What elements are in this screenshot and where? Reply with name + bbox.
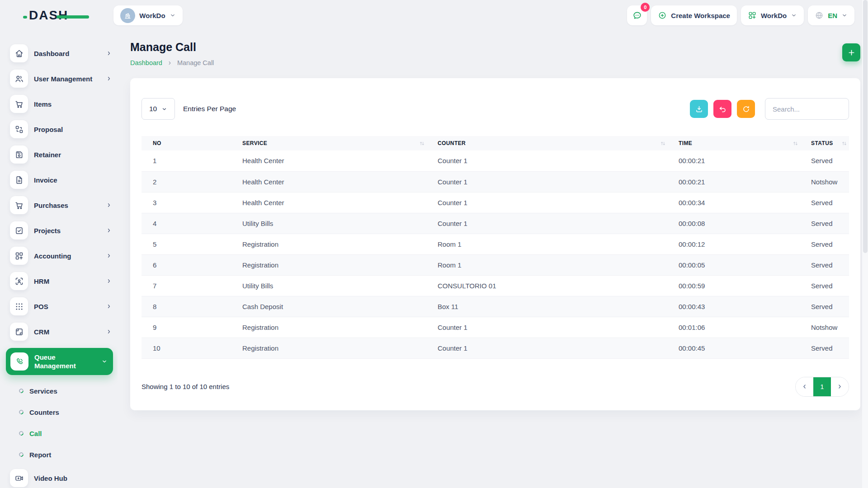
workspace-switcher[interactable]: WorkDo — [113, 5, 182, 25]
sidebar-subitem-services[interactable]: Services — [19, 384, 112, 398]
sidebar-item-accounting[interactable]: Accounting — [10, 247, 112, 265]
sidebar-item-proposal[interactable]: Proposal — [10, 120, 112, 138]
chevron-down-icon — [841, 12, 848, 19]
app-switcher-button[interactable]: WorkDo — [741, 5, 804, 25]
column-header-status[interactable]: STATUS — [811, 136, 849, 150]
app-switcher-label: WorkDo — [761, 12, 787, 19]
grid-plus-icon — [10, 247, 28, 265]
cell-counter: Counter 1 — [438, 213, 679, 234]
column-header-service[interactable]: SERVICE — [242, 136, 438, 150]
cell-service: Health Center — [242, 150, 438, 171]
sidebar-item-items[interactable]: Items — [10, 95, 112, 113]
bullet-icon — [18, 388, 24, 394]
table-row: 5RegistrationRoom 100:00:12Served — [142, 234, 849, 254]
cell-no: 10 — [142, 338, 242, 358]
cell-counter: Room 1 — [438, 254, 679, 275]
breadcrumb-current: Manage Call — [177, 59, 214, 66]
refresh-button[interactable] — [737, 100, 755, 118]
cell-status: Served — [811, 150, 849, 171]
chevron-left-icon — [801, 383, 808, 390]
chevron-right-icon — [106, 328, 112, 335]
create-workspace-label: Create Workspace — [671, 12, 730, 19]
language-label: EN — [828, 12, 837, 19]
sidebar-item-dashboard[interactable]: Dashboard — [10, 44, 112, 62]
sidebar-item-crm[interactable]: CRM — [10, 323, 112, 341]
language-switcher[interactable]: EN — [808, 5, 854, 25]
cell-no: 3 — [142, 192, 242, 213]
sidebar-item-hrm[interactable]: HRM — [10, 272, 112, 290]
create-workspace-button[interactable]: Create Workspace — [651, 5, 737, 25]
cell-time: 00:00:21 — [679, 171, 811, 192]
export-button[interactable] — [690, 100, 708, 118]
cell-no: 4 — [142, 213, 242, 234]
breadcrumb: Dashboard Manage Call — [130, 59, 214, 66]
cell-counter: CONSULTORIO 01 — [438, 275, 679, 296]
cell-service: Utility Bills — [242, 275, 438, 296]
cell-status: Served — [811, 254, 849, 275]
cell-time: 00:00:34 — [679, 192, 811, 213]
cart-icon — [10, 196, 28, 214]
column-header-time[interactable]: TIME — [679, 136, 811, 150]
sidebar-subitem-call[interactable]: Call — [19, 427, 112, 440]
breadcrumb-home-link[interactable]: Dashboard — [130, 59, 162, 66]
sidebar-item-label: Retainer — [34, 151, 61, 159]
cell-no: 1 — [142, 150, 242, 171]
search-input[interactable] — [765, 98, 849, 120]
main-content: Manage Call Dashboard Manage Call 10 — [118, 26, 868, 488]
sidebar-item-label: Purchases — [34, 202, 68, 209]
undo-button[interactable] — [713, 100, 731, 118]
globe-icon — [815, 11, 824, 20]
sidebar-item-purchases[interactable]: Purchases — [10, 196, 112, 214]
user-scan-icon — [10, 272, 28, 290]
column-label: STATUS — [811, 140, 833, 146]
chat-button[interactable]: 0 — [627, 5, 647, 25]
sort-icon — [841, 141, 847, 146]
sidebar-subitem-report[interactable]: Report — [19, 448, 112, 461]
add-call-button[interactable] — [842, 43, 860, 61]
current-page-button[interactable]: 1 — [813, 377, 831, 396]
chevron-down-icon — [791, 12, 797, 19]
chevron-down-icon — [101, 358, 108, 365]
cell-service: Registration — [242, 317, 438, 338]
sidebar-subitem-label: Call — [29, 430, 42, 437]
cell-time: 00:00:21 — [679, 150, 811, 171]
sidebar-item-user-management[interactable]: User Management — [10, 70, 112, 88]
chevron-right-icon — [106, 75, 112, 82]
chevron-right-icon — [106, 253, 112, 259]
sidebar-item-video-hub[interactable]: Video Hub — [10, 469, 112, 487]
square-check-icon — [10, 221, 28, 239]
frame-icon — [10, 323, 28, 341]
cell-status: Served — [811, 275, 849, 296]
table-row: 6RegistrationRoom 100:00:05Served — [142, 254, 849, 275]
sidebar-item-projects[interactable]: Projects — [10, 221, 112, 239]
cell-service: Health Center — [242, 192, 438, 213]
chat-badge: 0 — [641, 3, 650, 12]
topbar-actions: 0 Create Workspace WorkDo EN — [627, 5, 854, 25]
cell-time: 00:00:43 — [679, 296, 811, 317]
previous-page-button[interactable] — [796, 377, 813, 396]
table-row: 1Health CenterCounter 100:00:21Served — [142, 150, 849, 171]
next-page-button[interactable] — [831, 377, 849, 396]
sidebar-subitem-counters[interactable]: Counters — [19, 405, 112, 419]
refresh-icon — [742, 105, 750, 113]
sidebar-item-invoice[interactable]: Invoice — [10, 171, 112, 189]
phone-icon — [10, 352, 28, 371]
sidebar-item-retainer[interactable]: Retainer — [10, 145, 112, 164]
cell-no: 7 — [142, 275, 242, 296]
sidebar-item-queue-management[interactable]: Queue Management — [6, 348, 113, 375]
column-header-counter[interactable]: COUNTER — [438, 136, 679, 150]
entries-per-page-select[interactable]: 10 — [142, 98, 175, 120]
pagination: 1 — [795, 377, 849, 397]
building-icon — [120, 8, 135, 23]
brand-logo[interactable]: DASH — [29, 8, 68, 23]
sidebar-item-pos[interactable]: POS — [10, 297, 112, 315]
cell-time: 00:00:05 — [679, 254, 811, 275]
chevron-down-icon — [170, 12, 176, 19]
sidebar: DashboardUser ManagementItemsProposalRet… — [0, 26, 118, 488]
scrollbar[interactable] — [862, 0, 868, 488]
bullet-icon — [18, 409, 24, 415]
plus-circle-icon — [658, 11, 667, 20]
bullet-icon — [18, 430, 24, 436]
scrollbar-thumb[interactable] — [863, 0, 868, 253]
cell-service: Cash Deposit — [242, 296, 438, 317]
